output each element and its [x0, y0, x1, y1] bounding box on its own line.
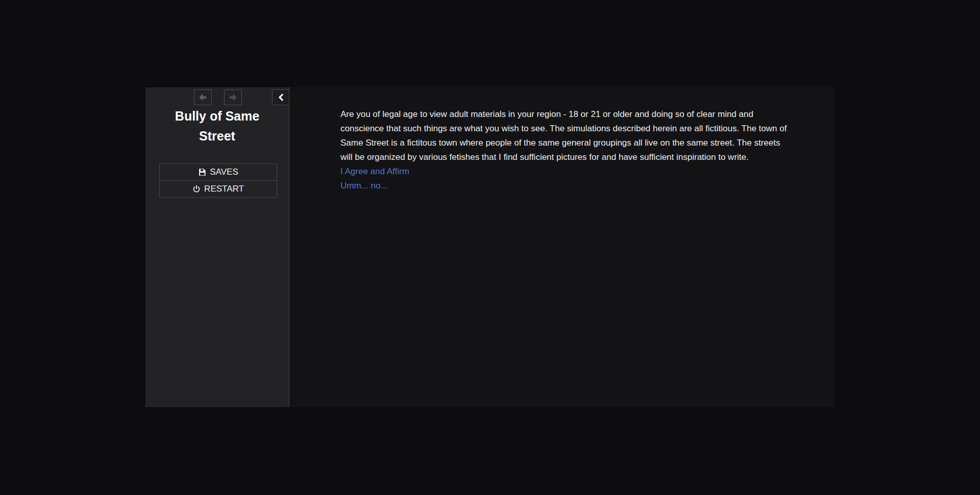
chevron-left-icon — [277, 93, 285, 102]
history-forward-button[interactable] — [224, 89, 242, 105]
power-icon — [192, 185, 201, 193]
arrow-right-icon — [229, 93, 237, 102]
sidebar-menu: SAVES RESTART — [159, 163, 277, 198]
history-back-button[interactable] — [194, 89, 212, 105]
save-icon — [198, 168, 206, 176]
restart-button[interactable]: RESTART — [159, 180, 277, 198]
game-window: Bully of Same Street SAVES RESTART — [145, 87, 835, 407]
link-decline[interactable]: Umm... no... — [340, 179, 790, 193]
saves-button[interactable]: SAVES — [159, 163, 277, 181]
ui-bar: Bully of Same Street SAVES RESTART — [145, 87, 289, 407]
sidebar-collapse-toggle[interactable] — [272, 89, 289, 105]
restart-button-label: RESTART — [204, 184, 244, 194]
story-title: Bully of Same Street — [161, 106, 274, 146]
passage: Are you of legal age to view adult mater… — [340, 107, 790, 193]
saves-button-label: SAVES — [210, 167, 238, 177]
arrow-left-icon — [199, 93, 207, 102]
story-area: Are you of legal age to view adult mater… — [289, 87, 835, 407]
passage-text: Are you of legal age to view adult mater… — [340, 107, 790, 164]
link-agree-affirm[interactable]: I Agree and Affirm — [340, 164, 790, 179]
